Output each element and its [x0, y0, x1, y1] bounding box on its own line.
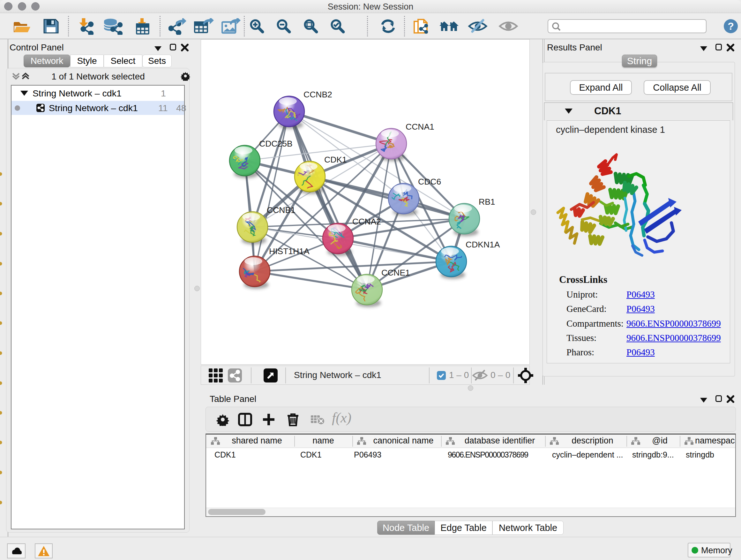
svg-text:RB1: RB1: [479, 197, 495, 206]
svg-text:CDC25B: CDC25B: [259, 139, 293, 148]
svg-text:CDK1: CDK1: [324, 155, 347, 165]
svg-text:CCNB1: CCNB1: [267, 205, 295, 215]
svg-text:CDC6: CDC6: [418, 177, 441, 186]
svg-text:CCNB2: CCNB2: [304, 90, 332, 99]
svg-text:CCNA1: CCNA1: [406, 122, 434, 132]
svg-text:CCNA2: CCNA2: [352, 217, 381, 226]
svg-text:HIST1H1A: HIST1H1A: [269, 246, 310, 256]
svg-text:CCNE1: CCNE1: [381, 268, 410, 277]
svg-text:CDKN1A: CDKN1A: [466, 240, 500, 249]
